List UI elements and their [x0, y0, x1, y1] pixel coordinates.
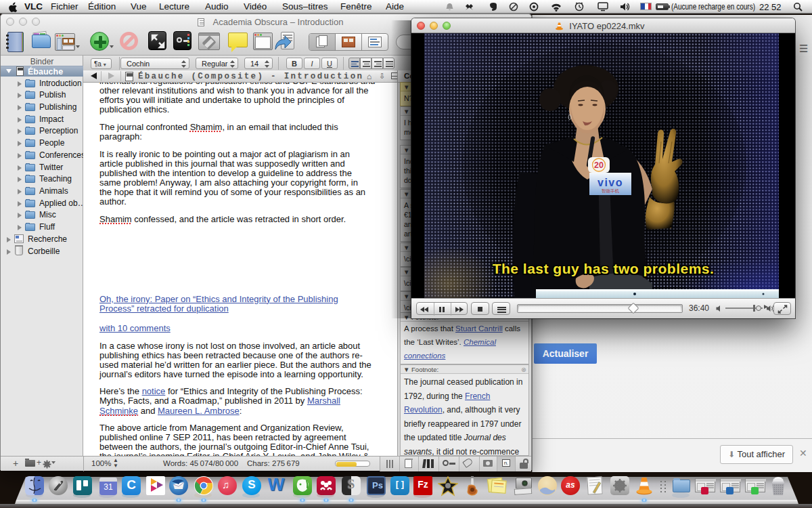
svg-text:20: 20 [594, 161, 604, 170]
svg-text:vivo: vivo [597, 177, 623, 188]
svg-text:智能手机: 智能手机 [602, 188, 620, 194]
